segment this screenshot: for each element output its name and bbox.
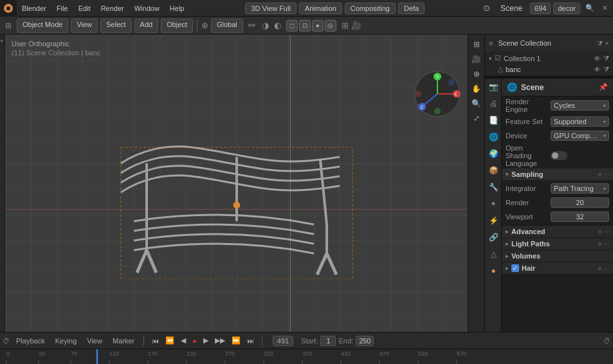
hair-dots-icon[interactable]: ··· xyxy=(604,265,609,272)
viewport-samples-input[interactable]: 32 xyxy=(551,212,609,222)
select-menu[interactable]: Select xyxy=(100,19,132,33)
viewport-icon-move[interactable]: ✋ xyxy=(470,82,484,96)
particle-props-icon[interactable]: ✦ xyxy=(485,196,502,212)
left-sidebar-toggle[interactable]: ▸ xyxy=(0,35,5,332)
viewport-icon-camera[interactable]: 🎥 xyxy=(470,52,484,66)
material-props-icon[interactable]: ● xyxy=(485,262,502,279)
view-menu-timeline[interactable]: View xyxy=(83,336,106,346)
scene-name[interactable]: Scene xyxy=(495,4,527,13)
menu-file[interactable]: Blender xyxy=(17,0,51,16)
advanced-dots-icon[interactable]: ··· xyxy=(604,228,609,235)
advanced-list-icon[interactable]: ≡ xyxy=(598,228,602,235)
jump-end-btn[interactable]: ⏭ xyxy=(244,336,257,346)
navigation-gizmo[interactable]: X Y Z xyxy=(414,70,462,118)
data-props-icon[interactable]: △ xyxy=(485,246,502,262)
pin-icon[interactable]: 📌 xyxy=(599,83,608,91)
next-keyframe-btn[interactable]: ⏩ xyxy=(229,335,243,346)
collections-add-icon[interactable]: + xyxy=(605,39,609,48)
collection-1-filter-icon[interactable]: ⧩ xyxy=(603,54,609,62)
viewport-samples-control[interactable]: 32 xyxy=(551,212,609,222)
play-btn[interactable]: ▶ xyxy=(201,335,211,346)
world-props-icon[interactable]: 🌍 xyxy=(485,145,502,162)
magnet-icon[interactable]: ⚯ xyxy=(246,21,258,30)
viewport-icon-cursor[interactable]: ⊕ xyxy=(470,67,484,81)
keying-menu[interactable]: Keying xyxy=(51,336,81,346)
playhead[interactable] xyxy=(96,349,98,364)
sampling-list-icon[interactable]: ≡ xyxy=(598,171,602,178)
sampling-dots-icon[interactable]: ··· xyxy=(604,171,609,178)
prev-frame-btn[interactable]: ◀ xyxy=(178,335,188,346)
end-frame-input[interactable]: 250 xyxy=(356,336,374,346)
jump-start-btn[interactable]: ⏮ xyxy=(149,336,161,346)
banc-row[interactable]: △ banc 👁 ⧩ xyxy=(489,64,609,75)
object-mode-dropdown[interactable]: Object Mode xyxy=(17,19,68,33)
viewport-icon-grid[interactable]: ⊞ xyxy=(470,37,484,51)
playback-menu[interactable]: Playback xyxy=(12,336,49,346)
feature-set-control[interactable]: Supported ▾ xyxy=(551,116,609,127)
render-props-icon[interactable]: 📷 xyxy=(485,78,502,95)
render-samples-control[interactable]: 20 xyxy=(551,197,609,208)
view-layer-props-icon[interactable]: 📑 xyxy=(485,112,502,129)
hair-list-icon[interactable]: ≡ xyxy=(598,265,602,272)
current-frame-input[interactable]: 491 xyxy=(273,336,293,346)
view-menu[interactable]: View xyxy=(71,19,98,33)
constraints-props-icon[interactable]: 🔗 xyxy=(485,229,502,246)
app-icon[interactable] xyxy=(0,0,17,17)
compositing-btn[interactable]: Compositing xyxy=(345,3,396,14)
menu-edit[interactable]: Edit xyxy=(73,0,96,16)
add-menu[interactable]: Add xyxy=(134,19,159,33)
frame-number[interactable]: 694 xyxy=(530,3,551,14)
open-shading-toggle[interactable] xyxy=(551,151,567,160)
scene-props-icon[interactable]: 🌐 xyxy=(485,129,502,145)
hair-checkbox[interactable]: ✓ xyxy=(511,264,519,272)
shading-rendered-btn[interactable]: ● xyxy=(312,20,324,32)
viewport-icon-zoom[interactable]: 🔍 xyxy=(470,96,484,111)
marker-menu[interactable]: Marker xyxy=(109,336,138,346)
light-paths-dots-icon[interactable]: ··· xyxy=(604,241,609,248)
render-engine-dropdown[interactable]: Cycles ▾ xyxy=(551,100,609,111)
transform-dropdown[interactable]: Global xyxy=(211,19,243,33)
volumes-section[interactable]: ▸ Volumes xyxy=(502,250,613,262)
default-workspace-btn[interactable]: Defa xyxy=(398,3,425,14)
search-icon[interactable]: 🔍 xyxy=(583,4,597,12)
3d-view-full-btn[interactable]: 3D View Full xyxy=(245,3,297,14)
banc-filter-icon[interactable]: ⧩ xyxy=(603,65,609,73)
sampling-section-header[interactable]: ▾ Sampling ≡ ··· xyxy=(502,168,613,180)
menu-file[interactable]: File xyxy=(51,0,73,16)
collection-1-checkbox[interactable]: ☑ xyxy=(495,54,501,62)
cursor-icon[interactable]: ⊕ xyxy=(201,21,208,30)
collection-1-expand-icon[interactable]: ▾ xyxy=(489,55,492,62)
render-samples-input[interactable]: 20 xyxy=(551,197,609,208)
start-frame-input[interactable]: 1 xyxy=(320,336,336,346)
render-engine-control[interactable]: Cycles ▾ xyxy=(551,100,609,111)
shading-material-btn[interactable]: ◎ xyxy=(325,20,336,32)
viewport-icon-expand[interactable]: ⤢ xyxy=(470,111,484,125)
window-title[interactable]: decor xyxy=(553,3,580,14)
record-btn[interactable]: ● xyxy=(190,336,199,346)
viewport[interactable]: User Orthographic (11) Scene Collection … xyxy=(5,35,484,332)
physics-props-icon[interactable]: ⚡ xyxy=(485,212,502,229)
timeline-sync-icon[interactable]: ⏱ xyxy=(603,337,610,345)
light-paths-list-icon[interactable]: ≡ xyxy=(598,241,602,248)
timeline-ruler[interactable]: 0 20 70 120 170 220 270 320 370 420 470 … xyxy=(0,349,613,364)
device-dropdown[interactable]: GPU Comp… ▾ xyxy=(551,131,609,141)
menu-window[interactable]: Window xyxy=(129,0,165,16)
viewport-icon[interactable]: 🎥 xyxy=(351,21,361,30)
animation-btn[interactable]: Animation xyxy=(299,3,342,14)
object-props-icon[interactable]: 📦 xyxy=(485,162,502,179)
collection-1-row[interactable]: ▾ ☑ Collection 1 👁 ⧩ xyxy=(489,53,609,64)
advanced-section[interactable]: ▸ Advanced ≡ ··· xyxy=(502,226,613,238)
overlay-icon[interactable]: ◑ xyxy=(261,21,270,30)
light-paths-section[interactable]: ▸ Light Paths ≡ ··· xyxy=(502,238,613,250)
output-props-icon[interactable]: 🖨 xyxy=(485,95,502,112)
close-icon[interactable]: ✕ xyxy=(599,4,610,12)
gizmo-icon[interactable]: ⊞ xyxy=(342,21,349,30)
menu-help[interactable]: Help xyxy=(165,0,190,16)
modifier-props-icon[interactable]: 🔧 xyxy=(485,179,502,196)
device-control[interactable]: GPU Comp… ▾ xyxy=(551,131,609,141)
hair-section[interactable]: ▸ ✓ Hair ≡ ··· xyxy=(502,262,613,275)
menu-render[interactable]: Render xyxy=(96,0,129,16)
collection-1-eye-icon[interactable]: 👁 xyxy=(594,55,601,62)
integrator-control[interactable]: Path Tracing ▾ xyxy=(551,183,609,194)
object-menu[interactable]: Object xyxy=(161,19,193,33)
